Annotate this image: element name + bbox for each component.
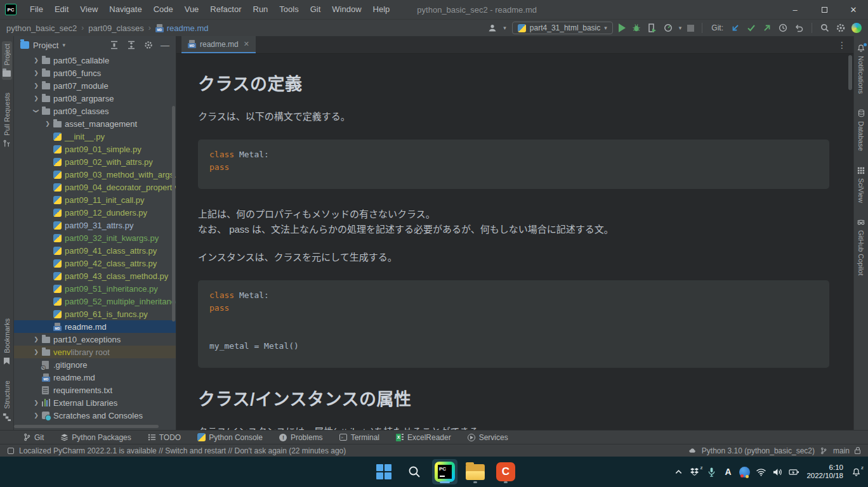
tool-window-todo[interactable]: TODO (148, 433, 181, 442)
breadcrumb-item[interactable]: part09_classes (88, 23, 143, 33)
user-dropdown-caret-icon[interactable]: ▾ (503, 25, 506, 31)
tree-item-part09-52-multiple-inheritance-py[interactable]: part09_52_multiple_inheritance.py (14, 295, 176, 308)
tool-window-python-packages[interactable]: Python Packages (60, 433, 131, 442)
project-panel-title[interactable]: Project (33, 41, 58, 50)
tool-window-terminal[interactable]: >_Terminal (339, 433, 379, 442)
tree-item-part09-32-init-kwargs-py[interactable]: part09_32_init_kwargs.py (14, 231, 176, 244)
taskbar-pycharm-button[interactable]: PC (432, 459, 457, 484)
minimize-button[interactable]: – (780, 0, 810, 19)
push-button[interactable] (762, 23, 772, 33)
tree-chevron-icon[interactable]: ❯ (30, 95, 42, 101)
tree-item-part09-43-class-method-py[interactable]: part09_43_class_method.py (14, 269, 176, 282)
menu-item-view[interactable]: View (74, 0, 103, 19)
editor-scrollbar[interactable] (848, 55, 852, 90)
search-everywhere-button[interactable] (820, 23, 830, 33)
code-with-me-icon[interactable] (852, 23, 862, 33)
run-configuration-select[interactable]: part4_31_html_basic ▾ (512, 22, 613, 34)
taskbar-clock[interactable]: 6:10 2022/10/18 (806, 464, 843, 480)
project-view-caret-icon[interactable]: ▾ (62, 42, 65, 48)
stop-button[interactable] (687, 25, 694, 32)
tool-strip-database[interactable]: Database (856, 107, 866, 153)
tree-item-asset-management[interactable]: ❯asset_management (14, 117, 176, 130)
tab-options-menu-icon[interactable]: ⋮ (838, 40, 847, 50)
tree-item-part09-01-simple-py[interactable]: part09_01_simple.py (14, 143, 176, 155)
status-message[interactable]: Localized PyCharm 2022.2.1 is available … (19, 446, 346, 455)
volume-icon[interactable] (772, 466, 783, 477)
breadcrumb-current-file[interactable]: MDreadme.md (155, 23, 209, 33)
tree-item-venv[interactable]: ❯venv library root (14, 346, 176, 358)
settings-gear-icon[interactable] (836, 23, 846, 33)
tree-item-part09-04-decorator-property-py[interactable]: part09_04_decorator_property.py (14, 181, 176, 193)
menu-item-run[interactable]: Run (247, 0, 274, 19)
tree-chevron-icon[interactable]: ❯ (30, 412, 42, 419)
tree-item-part09-61-is-funcs-py[interactable]: part09_61_is_funcs.py (14, 308, 176, 320)
taskbar-search-button[interactable] (402, 459, 427, 484)
pycharm-logo-icon[interactable]: PC (5, 4, 16, 15)
tray-app-ball-icon[interactable] (739, 466, 750, 477)
breadcrumb-item[interactable]: python_basic_sec2 (6, 23, 77, 33)
tool-strip-pull-requests[interactable]: Pull Requests (2, 90, 12, 150)
tool-strip-github-copilot[interactable]: GitHub Copilot (856, 216, 866, 278)
tree-item-part09-42-class-attrs-py[interactable]: part09_42_class_attrs.py (14, 257, 176, 269)
menu-item-git[interactable]: Git (305, 0, 327, 19)
menu-item-code[interactable]: Code (148, 0, 179, 19)
menu-item-vue[interactable]: Vue (179, 0, 205, 19)
tree-item-part09-03-method-with-args-py[interactable]: part09_03_method_with_args.py (14, 168, 176, 181)
taskbar-camtasia-button[interactable]: C (493, 459, 518, 484)
menu-item-edit[interactable]: Edit (49, 0, 74, 19)
menu-item-tools[interactable]: Tools (273, 0, 304, 19)
tool-window-git[interactable]: Git (23, 433, 44, 442)
taskbar-explorer-button[interactable] (463, 459, 488, 484)
run-button[interactable] (619, 23, 626, 32)
rollback-button[interactable] (794, 23, 804, 33)
ime-mode-indicator[interactable]: A (722, 466, 733, 477)
event-log-icon[interactable] (8, 448, 14, 454)
tree-item-external-libraries[interactable]: ❯External Libraries (14, 396, 176, 409)
tool-window-services[interactable]: Services (468, 433, 508, 442)
maximize-button[interactable] (810, 0, 839, 19)
tree-item-part09-02-with-attrs-py[interactable]: part09_02_with_attrs.py (14, 155, 176, 168)
tool-window-excelreader[interactable]: XExcelReader (396, 433, 451, 442)
debug-button[interactable] (631, 23, 641, 33)
interpreter-selector[interactable]: Python 3.10 (python_basic_sec2) (702, 446, 815, 455)
tool-window-python-console[interactable]: Python Console (197, 433, 263, 442)
wifi-icon[interactable] (755, 466, 766, 477)
tree-item-readme-md[interactable]: MDreadme.md (14, 320, 176, 333)
tree-chevron-icon[interactable]: ❯ (42, 120, 53, 127)
run-with-coverage-button[interactable] (647, 23, 657, 33)
tool-strip-sciview[interactable]: SciView (856, 164, 866, 205)
project-horizontal-scrollbar[interactable] (14, 425, 159, 428)
tab-close-icon[interactable]: ✕ (244, 40, 249, 48)
tree-item-part09-41-class-attrs-py[interactable]: part09_41_class_attrs.py (14, 244, 176, 257)
user-avatar-icon[interactable] (487, 23, 497, 33)
lock-icon[interactable] (855, 450, 860, 454)
commit-button[interactable] (746, 23, 756, 33)
update-project-button[interactable] (730, 23, 740, 33)
tree-chevron-icon[interactable]: ❯ (30, 399, 42, 406)
tree-item-part10-exceptions[interactable]: ❯part10_exceptions (14, 333, 176, 346)
tree-item-part09-classes[interactable]: ❯part09_classes (14, 105, 176, 117)
tree-item--gitignore[interactable]: .gitignore (14, 358, 176, 371)
run-options-caret-icon[interactable]: ▾ (679, 25, 682, 31)
tree-chevron-icon[interactable]: ❯ (30, 108, 42, 114)
battery-charging-icon[interactable] (788, 466, 799, 477)
close-button[interactable]: ✕ (839, 0, 868, 19)
tree-chevron-icon[interactable]: ❯ (30, 57, 42, 63)
tree-item-part09-31-attrs-py[interactable]: part09_31_attrs.py (14, 219, 176, 231)
expand-all-icon[interactable] (109, 40, 119, 50)
tree-item--init-py[interactable]: __init__.py (14, 130, 176, 143)
tool-strip-notifications[interactable]: Notifications (856, 41, 866, 96)
tree-item-requirements-txt[interactable]: requirements.txt (14, 384, 176, 396)
tool-window-problems[interactable]: !Problems (279, 433, 323, 442)
tree-chevron-icon[interactable]: ❯ (30, 82, 42, 89)
project-vertical-scrollbar[interactable] (172, 106, 175, 321)
tree-item-scratches-and-consoles[interactable]: ❯Scratches and Consoles (14, 409, 176, 422)
menu-item-window[interactable]: Window (326, 0, 367, 19)
history-button[interactable] (778, 23, 788, 33)
tree-item-readme-md[interactable]: MDreadme.md (14, 371, 176, 384)
tree-item-part08-argparse[interactable]: ❯part08_argparse (14, 92, 176, 105)
hide-panel-icon[interactable]: — (161, 42, 169, 48)
tree-item-part06-funcs[interactable]: ❯part06_funcs (14, 67, 176, 79)
tool-strip-project[interactable]: Project (2, 41, 12, 80)
tree-item-part09-51-inheritance-py[interactable]: part09_51_inheritance.py (14, 282, 176, 295)
